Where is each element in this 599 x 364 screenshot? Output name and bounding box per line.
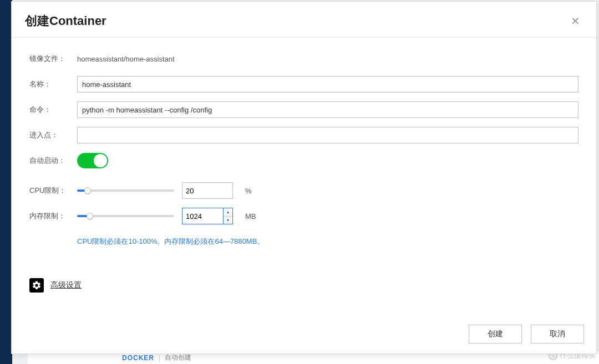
mem-limit-input[interactable] — [182, 208, 223, 224]
command-input[interactable] — [77, 101, 578, 118]
cpu-slider-wrap: % — [77, 182, 578, 199]
modal-footer: 创建 取消 — [12, 317, 596, 353]
modal-body: 镜像文件： homeassistant/home-assistant 名称： 命… — [12, 38, 596, 317]
row-name: 名称： — [29, 75, 578, 93]
chevron-up-icon: ▲ — [226, 210, 230, 214]
label-image: 镜像文件： — [29, 54, 77, 64]
mem-slider-thumb[interactable] — [87, 213, 93, 219]
limits-hint: CPU限制必须在10-100%。内存限制必须在64—7880MB。 — [77, 237, 264, 247]
modal-header: 创建Container ✕ — [12, 2, 596, 38]
modal-title: 创建Container — [25, 13, 106, 29]
mem-unit: MB — [245, 212, 256, 221]
label-cpu-limit: CPU限制： — [29, 186, 77, 196]
create-container-modal: 创建Container ✕ 镜像文件： homeassistant/home-a… — [11, 1, 597, 354]
label-entrypoint: 进入点： — [29, 130, 77, 140]
row-command: 命令： — [29, 101, 578, 119]
row-advanced: 高级设置 — [29, 278, 578, 293]
cpu-slider[interactable] — [77, 189, 174, 192]
gear-icon — [29, 278, 44, 293]
mem-slider[interactable] — [77, 215, 174, 217]
bg-separator: | — [159, 354, 160, 362]
label-mem-limit: 内存限制： — [29, 211, 77, 221]
row-autostart: 自动启动： — [29, 152, 578, 170]
create-button[interactable]: 创建 — [469, 325, 522, 344]
cancel-button[interactable]: 取消 — [531, 325, 584, 344]
toggle-knob — [94, 154, 107, 167]
autostart-toggle[interactable] — [77, 153, 108, 168]
label-autostart: 自动启动： — [29, 156, 77, 166]
close-button[interactable]: ✕ — [567, 13, 583, 29]
advanced-settings-link[interactable]: 高级设置 — [50, 280, 82, 290]
cpu-slider-thumb[interactable] — [84, 187, 91, 194]
mem-spinner-buttons: ▲ ▼ — [223, 208, 233, 224]
mem-step-down-button[interactable]: ▼ — [224, 216, 232, 224]
label-command: 命令： — [29, 105, 77, 115]
row-image: 镜像文件： homeassistant/home-assistant — [29, 50, 578, 68]
row-mem-limit: 内存限制： ▲ ▼ MB — [29, 207, 578, 225]
row-hint: CPU限制必须在10-100%。内存限制必须在64—7880MB。 — [77, 233, 578, 250]
row-cpu-limit: CPU限制： % — [29, 182, 578, 199]
cpu-limit-input[interactable] — [182, 182, 233, 199]
cpu-unit: % — [245, 187, 252, 195]
entrypoint-input[interactable] — [77, 127, 578, 143]
name-input[interactable] — [77, 76, 578, 93]
chevron-down-icon: ▼ — [226, 218, 230, 222]
value-image: homeassistant/home-assistant — [77, 55, 175, 63]
mem-step-up-button[interactable]: ▲ — [224, 208, 232, 216]
label-name: 名称： — [29, 79, 77, 89]
row-entrypoint: 进入点： — [29, 126, 578, 144]
bg-text-docker: DOCKER — [122, 354, 154, 362]
mem-slider-wrap: ▲ ▼ MB — [77, 208, 578, 224]
close-icon: ✕ — [571, 14, 580, 28]
bg-text-auto: 自动创建 — [165, 353, 191, 362]
mem-limit-spinner: ▲ ▼ — [182, 208, 233, 224]
